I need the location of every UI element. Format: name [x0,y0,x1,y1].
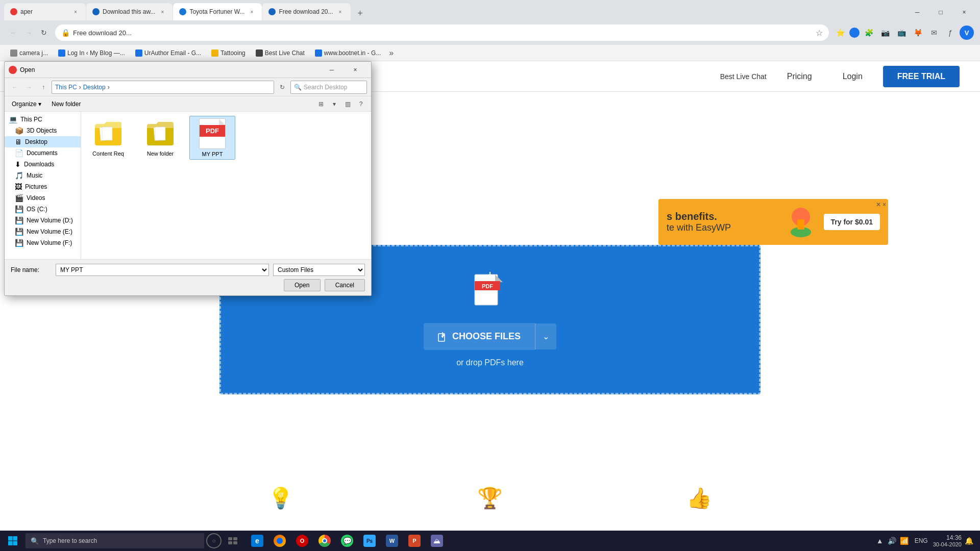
taskbar-firefox[interactable] [268,531,291,551]
choose-files-dropdown[interactable]: ⌄ [535,323,556,349]
bookmark-camera-label: camera j... [19,49,48,57]
file-item-my-ppt[interactable]: PDF MY PPT [189,116,235,160]
cast-icon[interactable]: 📺 [894,26,909,40]
tab-2-close[interactable]: × [158,8,166,16]
metamask-icon[interactable]: 🦊 [911,26,925,40]
dialog-minimize-button[interactable]: ─ [320,62,344,78]
bookmark-urauthor[interactable]: UrAuthor Email - G... [131,47,205,59]
filetype-select[interactable]: Custom Files [273,264,365,276]
profile-button[interactable]: V [960,26,974,40]
ad-close-button[interactable]: ✕ × [876,201,886,208]
sidebar-vol-d[interactable]: 💾 New Volume (D:) [5,215,81,226]
view-icon-1[interactable]: ⊞ [315,98,327,110]
tray-clock[interactable]: 14:36 30-04-2020 [933,534,962,547]
close-button[interactable]: × [952,4,976,20]
content-req-filename: Content Req [92,151,124,157]
task-view-button[interactable] [224,531,242,551]
minimize-button[interactable]: ─ [905,4,929,20]
tab-3-close[interactable]: × [248,8,256,16]
bookmark-camera[interactable]: camera j... [6,47,52,59]
ad-cta-button[interactable]: Try for $0.01 [824,214,880,230]
more-bookmarks-button[interactable]: » [389,48,394,58]
extensions-icon[interactable]: ⭐ [833,26,847,40]
taskbar-search[interactable]: 🔍 Type here to search [26,533,204,548]
taskbar-opera[interactable]: O [291,531,313,551]
dialog-back-button[interactable]: ← [9,81,21,93]
dialog-breadcrumb[interactable]: This PC › Desktop › [52,81,274,94]
bookmark-star-icon[interactable]: ☆ [816,28,823,38]
preview-pane-icon[interactable]: ▥ [341,98,354,110]
tray-network-icon[interactable]: 📶 [899,536,910,546]
tab-2[interactable]: Download this aw... × [86,3,173,20]
new-tab-button[interactable]: + [353,6,368,20]
login-link[interactable]: Login [832,67,873,86]
organize-button[interactable]: Organize ▾ [9,99,44,109]
sidebar-os-c[interactable]: 💾 OS (C:) [5,204,81,215]
screenshot-icon[interactable]: 📷 [878,26,892,40]
start-button[interactable] [0,531,26,551]
sidebar-vol-e[interactable]: 💾 New Volume (E:) [5,226,81,237]
bookmark-livechat[interactable]: Best Live Chat [252,47,309,59]
help-icon[interactable]: ? [355,98,367,110]
dialog-cancel-button[interactable]: Cancel [325,279,365,291]
music-label: Music [27,172,42,179]
tab-1-title: aper [20,8,68,15]
sidebar-downloads[interactable]: ⬇ Downloads [5,159,81,170]
sidebar-music[interactable]: 🎵 Music [5,170,81,181]
tray-volume-icon[interactable]: 🔊 [887,536,897,546]
sidebar-desktop[interactable]: 🖥 Desktop [5,136,81,147]
ad-title-2: te with EasyWP [667,222,778,233]
file-item-new-folder[interactable]: New folder [137,116,183,160]
sidebar-3d-objects[interactable]: 📦 3D Objects [5,125,81,136]
notifications-icon[interactable]: 🔔 [964,536,974,546]
tab-1-close[interactable]: × [71,8,80,16]
reload-button[interactable]: ↻ [37,26,51,40]
url-bar[interactable]: 🔒 Free download 20... ☆ [55,24,829,41]
bookmark-bootnet[interactable]: www.bootnet.in - G... [311,47,385,59]
taskbar-msteams[interactable]: ⛰ [426,531,448,551]
dialog-close-button[interactable]: × [344,62,367,78]
music-icon: 🎵 [15,171,23,180]
view-dropdown-icon[interactable]: ▾ [328,98,340,110]
new-folder-filename: New folder [147,151,174,157]
sidebar-videos[interactable]: 🎬 Videos [5,192,81,204]
tray-arrow-icon[interactable]: ▲ [875,536,885,546]
bookmark-tattooing[interactable]: Tattooing [207,47,250,59]
best-live-chat-link[interactable]: Best Live Chat [720,72,767,81]
taskbar-whatsapp[interactable]: 💬 [336,531,358,551]
sidebar-vol-f[interactable]: 💾 New Volume (F:) [5,237,81,248]
taskbar-photoshop[interactable]: Ps [358,531,381,551]
taskbar-chrome[interactable] [313,531,336,551]
file-item-content-req[interactable]: Content Req [85,116,131,160]
sidebar-this-pc[interactable]: 💻 This PC [5,114,81,125]
choose-files-button[interactable]: CHOOSE FILES [424,323,535,350]
cortana-button[interactable]: ○ [206,533,222,548]
tab-1[interactable]: aper × [4,3,86,20]
chrome-icon[interactable] [849,28,860,38]
forward-button[interactable]: → [21,26,36,40]
sidebar-documents[interactable]: 📄 Documents [5,147,81,159]
bookmark-manager-icon[interactable]: 🧩 [862,26,876,40]
tab-3[interactable]: Toyota Fortuner W... × [173,3,262,20]
maximize-button[interactable]: □ [929,4,952,20]
dialog-forward-button[interactable]: → [23,81,35,93]
svg-rect-23 [233,537,237,540]
taskbar-powerpoint[interactable]: P [403,531,426,551]
back-button[interactable]: ← [6,26,20,40]
taskbar-word[interactable]: W [381,531,403,551]
taskbar-edge[interactable]: e [246,531,268,551]
pricing-link[interactable]: Pricing [777,67,822,86]
sidebar-pictures[interactable]: 🖼 Pictures [5,181,81,192]
dialog-open-button[interactable]: Open [284,279,321,291]
free-trial-button[interactable]: FREE TRIAL [883,66,960,87]
tab-4[interactable]: Free download 20... × [262,3,350,20]
bookmark-blog[interactable]: Log In ‹ My Blog —... [54,47,129,59]
tab-4-close[interactable]: × [336,8,345,16]
formula-icon[interactable]: ƒ [943,26,958,40]
filename-input[interactable]: MY PPT [56,264,269,276]
dialog-refresh-button[interactable]: ↻ [276,81,288,93]
dialog-search-box[interactable]: 🔍 Search Desktop [290,81,367,94]
dialog-up-button[interactable]: ↑ [37,81,50,93]
gmail-icon[interactable]: ✉ [927,26,941,40]
new-folder-button[interactable]: New folder [48,99,84,109]
